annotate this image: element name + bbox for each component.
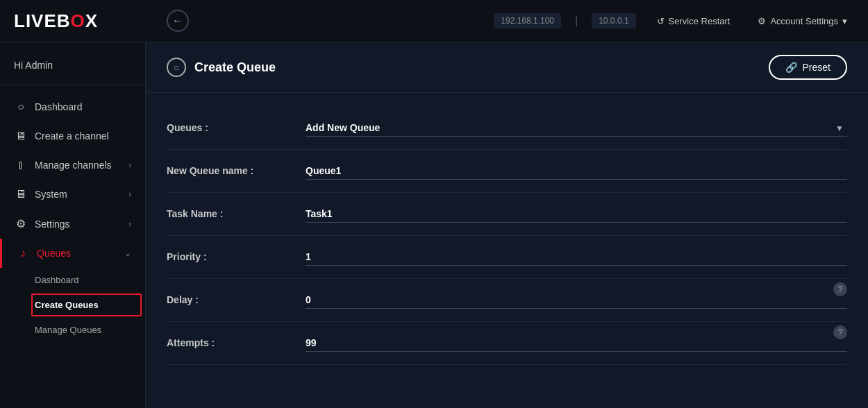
control-queue-name [306,162,847,180]
chevron-right-icon: › [128,160,131,170]
form-row-delay: Delay : ? [167,279,847,322]
sidebar-item-manage-channels[interactable]: ⫿ Manage channels › [0,151,145,180]
queues-submenu: Dashboard Create Queues Manage Queues [0,268,145,342]
sidebar-item-label: Create a channel [35,130,109,142]
gear-icon: ⚙ [758,16,766,26]
header-ip2: 10.0.0.1 [592,13,635,28]
sidebar-item-settings[interactable]: ⚙ Settings › [0,209,145,239]
service-restart-icon: ↺ [657,16,665,26]
control-priority [306,248,847,266]
attempts-input[interactable] [306,334,847,352]
queues-select[interactable]: Add New Queue [306,119,847,137]
monitor-icon: 🖥 [14,130,28,142]
logo: LIVEBOX [14,10,98,32]
chevron-right-icon: › [128,219,131,229]
preset-button[interactable]: 🔗 Preset [769,55,847,80]
sidebar-item-create-queues[interactable]: Create Queues [31,294,142,316]
sidebar-item-create-channel[interactable]: 🖥 Create a channel [0,121,145,151]
sidebar: Hi Admin ○ Dashboard 🖥 Create a channel … [0,42,146,408]
label-queue-name: New Queue name : [167,162,306,176]
form-row-queue-name: New Queue name : [167,150,847,193]
attempts-help-icon[interactable]: ? [833,325,847,339]
greeting: Hi Admin [0,49,145,85]
header-ip1: 192.168.1.100 [494,13,561,28]
control-task-name [306,205,847,223]
dashboard-icon: ○ [14,101,28,113]
label-queues: Queues : [167,119,306,133]
form-row-queues: Queues : Add New Queue ▼ [167,107,847,150]
sidebar-item-label: Manage channels [35,160,112,171]
chevron-down-icon: ▾ [842,16,847,26]
account-settings-label: Account Settings [770,16,838,26]
title-icon: ○ [167,58,186,77]
create-queue-form: Queues : Add New Queue ▼ New Queue name … [146,93,868,379]
control-attempts: ? [306,334,847,352]
account-settings-button[interactable]: ⚙ Account Settings ▾ [751,12,854,31]
preset-link-icon: 🔗 [785,62,797,73]
sidebar-item-queues-dashboard[interactable]: Dashboard [35,268,145,292]
label-attempts: Attempts : [167,334,306,348]
top-header: LIVEBOX ← 192.168.1.100 | 10.0.0.1 ↺ Ser… [0,0,868,42]
sidebar-item-queues[interactable]: ♪ Queues ⌄ [0,239,145,268]
label-delay: Delay : [167,291,306,305]
sidebar-item-dashboard[interactable]: ○ Dashboard [0,92,145,121]
label-priority: Priority : [167,248,306,262]
content-header: ○ Create Queue 🔗 Preset [146,42,868,93]
task-name-input[interactable] [306,205,847,223]
service-restart-label: Service Restart [669,16,731,26]
label-task-name: Task Name : [167,205,306,219]
system-icon: 🖥 [14,188,28,201]
channels-icon: ⫿ [14,159,28,171]
priority-input[interactable] [306,248,847,266]
form-row-priority: Priority : [167,236,847,279]
delay-help-icon[interactable]: ? [833,282,847,296]
chevron-right-icon: › [128,189,131,199]
sidebar-item-manage-queues[interactable]: Manage Queues [35,318,145,342]
sidebar-item-label: Dashboard [35,101,83,112]
chevron-down-icon: ⌄ [124,248,131,258]
control-queues: Add New Queue ▼ [306,119,847,137]
header-right: 192.168.1.100 | 10.0.0.1 ↺ Service Resta… [189,12,854,31]
control-delay: ? [306,291,847,309]
service-restart-button[interactable]: ↺ Service Restart [650,12,737,31]
delay-input[interactable] [306,291,847,309]
main-layout: Hi Admin ○ Dashboard 🖥 Create a channel … [0,42,868,408]
logo-area: LIVEBOX [14,10,160,32]
sidebar-item-label: Queues [37,248,71,259]
sidebar-item-label: Settings [35,219,70,230]
content-area: ○ Create Queue 🔗 Preset Queues : Add New… [146,42,868,408]
page-title: ○ Create Queue [167,58,276,77]
back-button[interactable]: ← [167,10,189,32]
sidebar-item-system[interactable]: 🖥 System › [0,180,145,209]
queues-icon: ♪ [16,247,30,260]
form-row-attempts: Attempts : ? [167,322,847,365]
queue-name-input[interactable] [306,162,847,180]
form-row-task-name: Task Name : [167,193,847,236]
settings-icon: ⚙ [14,217,28,230]
sidebar-item-label: System [35,189,67,200]
header-divider: | [575,15,578,27]
